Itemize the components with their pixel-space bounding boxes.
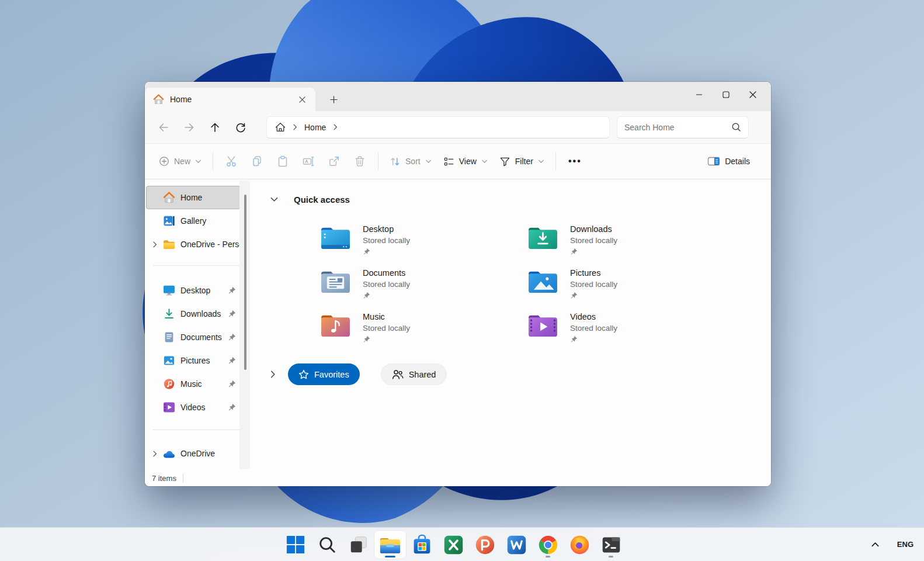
hidden-icons-chevron-icon[interactable] xyxy=(871,542,880,548)
sidebar-item-gallery[interactable]: Gallery xyxy=(146,209,241,233)
sidebar-item-desktop[interactable]: Desktop xyxy=(146,279,241,302)
excel-button[interactable] xyxy=(437,531,469,559)
share-button[interactable] xyxy=(321,150,347,173)
window-controls xyxy=(686,82,766,108)
copy-button[interactable] xyxy=(244,150,270,173)
address-bar[interactable]: Home xyxy=(266,116,610,138)
task-view-button[interactable] xyxy=(343,531,374,559)
cut-button[interactable] xyxy=(218,150,244,173)
back-button[interactable] xyxy=(151,116,176,138)
onedrive-cloud-icon xyxy=(163,450,175,459)
home-icon xyxy=(153,94,164,105)
documents-folder-icon xyxy=(320,268,351,295)
close-icon xyxy=(299,96,305,103)
tab-home[interactable]: Home xyxy=(145,88,315,111)
terminal-button[interactable] xyxy=(595,531,627,559)
pin-icon xyxy=(570,292,617,299)
folder-tile-downloads[interactable]: Downloads Stored locally xyxy=(527,223,735,267)
pin-icon xyxy=(228,286,236,295)
sidebar-item-onedrive[interactable]: OneDrive xyxy=(146,442,241,465)
sort-label: Sort xyxy=(405,157,421,166)
quick-access-header[interactable]: Quick access xyxy=(270,193,771,205)
favorites-filter-button[interactable]: Favorites xyxy=(288,363,360,385)
expand-chevron-icon[interactable] xyxy=(147,450,163,458)
sidebar-scrollbar[interactable] xyxy=(239,181,250,469)
breadcrumb-home[interactable]: Home xyxy=(304,123,326,132)
copy-icon xyxy=(251,155,263,167)
music-folder-icon xyxy=(320,312,351,338)
pin-icon xyxy=(363,248,410,255)
documents-icon xyxy=(163,331,175,343)
plus-circle-icon xyxy=(159,156,169,167)
expand-chevron-icon[interactable] xyxy=(270,370,276,379)
chevron-down-icon xyxy=(195,159,202,164)
shared-filter-button[interactable]: Shared xyxy=(381,363,447,385)
folder-tile-documents[interactable]: Documents Stored locally xyxy=(320,267,527,311)
folder-tile-pictures[interactable]: Pictures Stored locally xyxy=(527,267,735,311)
details-button[interactable]: Details xyxy=(701,150,756,173)
maximize-button[interactable] xyxy=(713,84,739,105)
paste-button[interactable] xyxy=(270,150,296,173)
chevron-down-icon xyxy=(481,159,488,164)
file-explorer-icon xyxy=(379,535,401,555)
tab-close-button[interactable] xyxy=(294,92,310,107)
powerpoint-icon xyxy=(474,534,496,556)
refresh-icon xyxy=(235,122,246,133)
sidebar-item-home[interactable]: Home xyxy=(146,186,241,209)
sidebar-item-documents[interactable]: Documents xyxy=(146,325,241,349)
filter-button[interactable]: Filter xyxy=(494,150,550,173)
sidebar-item-videos[interactable]: Videos xyxy=(146,396,241,419)
home-outline-icon xyxy=(275,122,286,133)
view-button[interactable]: View xyxy=(437,150,494,173)
search-input[interactable] xyxy=(624,123,731,132)
word-button[interactable] xyxy=(501,531,532,559)
view-icon xyxy=(443,156,454,167)
sidebar-item-onedrive-personal[interactable]: OneDrive - Personal xyxy=(146,233,241,256)
forward-button[interactable] xyxy=(176,116,202,138)
folder-tile-music[interactable]: Music Stored locally xyxy=(320,311,527,355)
new-button[interactable]: New xyxy=(153,150,207,173)
microsoft-store-button[interactable] xyxy=(406,531,437,559)
breadcrumb-chevron-icon[interactable] xyxy=(293,123,297,131)
powerpoint-button[interactable] xyxy=(469,531,501,559)
arrow-left-icon xyxy=(158,122,169,133)
search-icon xyxy=(731,122,741,132)
new-tab-button[interactable] xyxy=(324,89,343,109)
close-button[interactable] xyxy=(739,84,766,105)
people-icon xyxy=(392,369,404,380)
pin-icon xyxy=(570,248,617,255)
taskbar-search-button[interactable] xyxy=(311,531,343,559)
system-tray: ENG xyxy=(871,528,913,561)
pin-icon xyxy=(228,403,236,411)
minimize-button[interactable] xyxy=(686,84,713,105)
scrollbar-thumb[interactable] xyxy=(244,195,246,370)
delete-button[interactable] xyxy=(347,150,373,173)
breadcrumb-chevron-icon[interactable] xyxy=(333,123,338,131)
language-indicator[interactable]: ENG xyxy=(897,540,913,549)
cut-icon xyxy=(225,155,237,167)
collapse-chevron-icon[interactable] xyxy=(270,196,279,202)
firefox-button[interactable] xyxy=(564,531,595,559)
search-box[interactable] xyxy=(617,116,749,138)
sidebar-item-music[interactable]: Music xyxy=(146,372,241,396)
file-explorer-taskbar-button[interactable] xyxy=(374,531,406,559)
items-count: 7 items xyxy=(152,474,176,483)
minimize-icon xyxy=(696,91,703,98)
refresh-button[interactable] xyxy=(228,116,253,138)
sidebar-item-pictures[interactable]: Pictures xyxy=(146,349,241,372)
sort-button[interactable]: Sort xyxy=(384,150,437,173)
expand-chevron-icon[interactable] xyxy=(147,241,163,248)
sidebar-item-downloads[interactable]: Downloads xyxy=(146,302,241,325)
start-button[interactable] xyxy=(280,531,311,559)
folder-tile-videos[interactable]: Videos Stored locally xyxy=(527,311,735,355)
taskbar-dock xyxy=(280,531,627,559)
folder-tile-desktop[interactable]: Desktop Stored locally xyxy=(320,223,527,267)
navigation-bar: Home xyxy=(145,111,771,143)
chrome-button[interactable] xyxy=(532,531,564,559)
rename-button[interactable] xyxy=(296,150,321,173)
navigation-pane: Home Gallery OneDrive - Personal Desktop xyxy=(145,179,250,470)
up-button[interactable] xyxy=(202,116,228,138)
see-more-button[interactable]: ••• xyxy=(561,156,589,167)
tab-strip: Home xyxy=(145,82,771,111)
pin-icon xyxy=(363,292,410,299)
